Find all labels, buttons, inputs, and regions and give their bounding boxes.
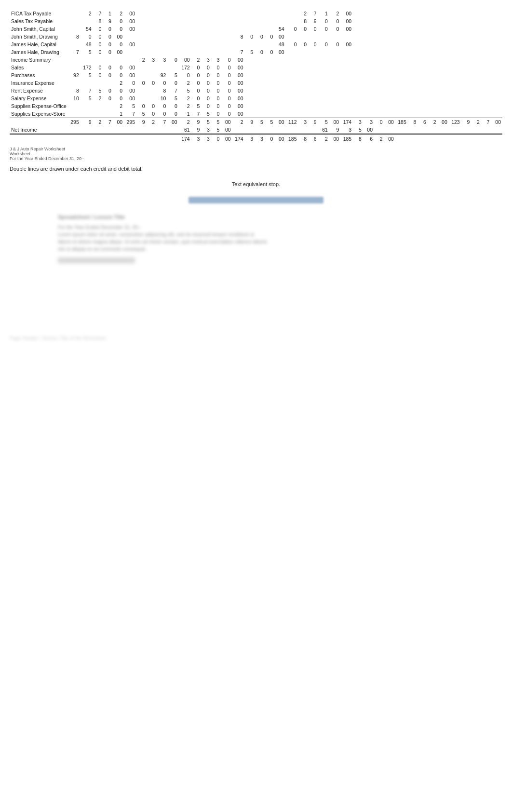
table-row: Income Summary 2 3 3 0 00 2 3 3 0 00 [10,56,502,64]
row-label-js-drawing: John Smith, Drawing [10,33,68,41]
worksheet-label: Worksheet [10,151,502,156]
row-label-supplies-store: Supplies Expense-Store [10,110,68,118]
row-label-sales: Sales [10,64,68,71]
table-row: Insurance Expense 2 0 0 0 0 0 2 0 0 0 0 … [10,79,502,87]
row-label-sales-tax: Sales Tax Payable [10,17,68,25]
table-row: Rent Expense 8 7 5 0 0 00 8 7 5 0 0 0 0 … [10,87,502,95]
table-row-totals: 295 9 2 7 00 295 9 2 7 00 2 9 5 5 00 2 9… [10,118,502,126]
row-label-jh-capital: James Hale, Capital [10,41,68,48]
worksheet-footer: J & J Auto Repair Worksheet Worksheet Fo… [10,147,502,161]
table-row: Sales 172 0 0 0 00 172 0 0 0 0 00 [10,64,502,71]
row-label-rent: Rent Expense [10,87,68,95]
blurred-bar-1 [189,197,323,203]
table-row: FICA Tax Payable 2 7 1 2 00 2 7 1 [10,10,502,17]
row-label-purchases: Purchases [10,71,68,79]
table-row: Supplies Expense-Office 2 5 0 0 0 0 2 5 … [10,102,502,110]
table-row: John Smith, Capital 54 0 0 0 00 54 0 0 0… [10,25,502,33]
table-row-net-income: Net Income 61 9 3 5 00 61 9 [10,126,502,135]
text-equivalent: Text equivalent stop. [10,181,502,187]
table-row: James Hale, Capital 48 0 0 0 00 48 0 0 0… [10,41,502,48]
table-row: Purchases 92 5 0 0 0 00 92 5 0 0 0 0 0 0… [10,71,502,79]
row-label-fica: FICA Tax Payable [10,10,68,17]
table-row-final-totals: 174 3 3 0 00 174 3 3 0 00 185 8 6 2 00 1… [10,135,502,143]
row-label-jh-drawing: James Hale, Drawing [10,48,68,56]
row-label-income-summary: Income Summary [10,56,68,64]
company-name: J & J Auto Repair Worksheet [10,147,502,151]
blurred-bar-2 [58,257,135,263]
table-row: Salary Expense 10 5 2 0 0 00 10 5 2 0 0 … [10,95,502,102]
blurred-footer: Page Header / Section Title of the Works… [10,336,502,341]
table-row: Supplies Expense-Store 1 7 5 0 0 0 1 7 5… [10,110,502,118]
row-label-insurance: Insurance Expense [10,79,68,87]
period-label: For the Year Ended December 31, 20-- [10,156,502,161]
row-label-js-capital: John Smith, Capital [10,25,68,33]
table-row: Sales Tax Payable 8 9 0 00 8 9 0 [10,17,502,25]
row-label-supplies-office: Supplies Expense-Office [10,102,68,110]
blurred-block-1: Spreadsheet / Lesson Title For the Year … [58,213,454,263]
table-row: James Hale, Drawing 7 5 0 0 00 7 5 0 0 0… [10,48,502,56]
row-label-net-income: Net Income [10,126,68,135]
footer-note: Double lines are drawn under each credit… [10,166,502,172]
row-label-salary: Salary Expense [10,95,68,102]
table-row: John Smith, Drawing 8 0 0 0 00 8 0 0 0 0… [10,33,502,41]
worksheet-table: FICA Tax Payable 2 7 1 2 00 2 7 1 [10,10,502,143]
